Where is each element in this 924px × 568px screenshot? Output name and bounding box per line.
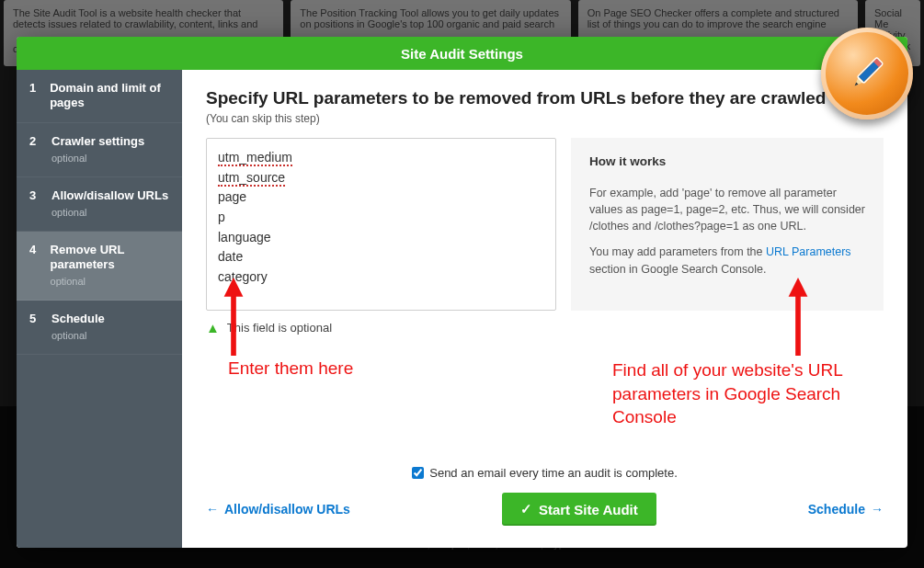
site-audit-settings-modal: Site Audit Settings 1 Domain and limit o… (17, 37, 907, 548)
help-title: How it works (589, 154, 865, 168)
wizard-steps-sidebar: 1 Domain and limit of pages 2 Crawler se… (17, 37, 182, 548)
help-paragraph-1: For example, add 'page' to remove all pa… (589, 185, 865, 234)
step-allow-disallow[interactable]: 3 Allow/disallow URLsoptional (17, 177, 182, 232)
skip-note: (You can skip this step) (206, 112, 884, 125)
prev-step-link[interactable]: ← Allow/disallow URLs (206, 502, 350, 517)
next-step-link[interactable]: Schedule → (808, 502, 884, 517)
arrow-left-icon: ← (206, 502, 219, 517)
warning-icon: ▲ (206, 320, 220, 335)
email-checkbox[interactable] (412, 467, 424, 479)
url-parameters-textarea[interactable]: utm_medium utm_source pageplanguagedatec… (206, 138, 556, 311)
annotation-arrow-icon (221, 278, 246, 356)
help-panel: How it works For example, add 'page' to … (571, 138, 884, 311)
pencil-icon (837, 43, 896, 103)
url-parameters-link[interactable]: URL Parameters (766, 245, 851, 258)
page-heading: Specify URL parameters to be removed fro… (206, 88, 884, 108)
step-domain-limit[interactable]: 1 Domain and limit of pages (17, 70, 182, 123)
annotation-enter-here: Enter them here (228, 358, 353, 379)
step-schedule[interactable]: 5 Scheduleoptional (17, 301, 182, 355)
start-site-audit-button[interactable]: ✓ Start Site Audit (502, 493, 656, 526)
annotation-gsc: Find all of your website's URL parameter… (612, 358, 874, 429)
arrow-right-icon: → (871, 502, 884, 517)
step-crawler-settings[interactable]: 2 Crawler settingsoptional (17, 123, 182, 177)
step-remove-url-params[interactable]: 4 Remove URL parametersoptional (17, 232, 182, 301)
edit-pencil-badge (821, 28, 913, 119)
help-paragraph-2: You may add parameters from the URL Para… (589, 244, 865, 277)
check-icon: ✓ (520, 501, 532, 517)
email-notification-row: Send an email every time an audit is com… (206, 466, 884, 480)
optional-field-note: ▲ This field is optional (206, 320, 884, 335)
email-label: Send an email every time an audit is com… (429, 466, 678, 480)
modal-content: Specify URL parameters to be removed fro… (182, 37, 907, 548)
annotation-arrow-icon (785, 278, 811, 356)
